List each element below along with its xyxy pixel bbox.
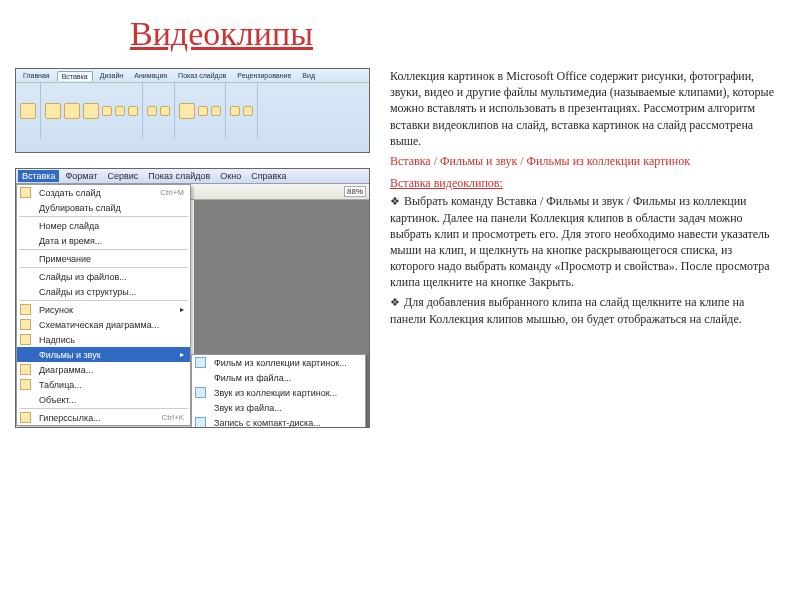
content-row: Главная Вставка Дизайн Анимация Показ сл… [0,68,800,428]
ribbon-tab[interactable]: Дизайн [96,71,128,80]
shapes-icon[interactable] [102,106,112,116]
menu-item-label: Создать слайд [39,188,101,198]
menu-item[interactable]: Примечание [17,251,190,266]
page-title: Видеоклипы [130,15,800,53]
wordart-icon[interactable] [211,106,221,116]
menu-item-label: Номер слайда [39,221,99,231]
menu-tools[interactable]: Сервис [103,170,142,182]
ribbon-tab[interactable]: Главная [19,71,54,80]
menu-item-label: Диаграмма... [39,365,93,375]
menu-item[interactable]: Схематическая диаграмма... [17,317,190,332]
intro-paragraph: Коллекция картинок в Microsoft Office со… [390,68,775,149]
menu-window[interactable]: Окно [216,170,245,182]
action-icon[interactable] [160,106,170,116]
menu-item-icon [20,304,31,315]
sound-icon[interactable] [243,106,253,116]
menu-item-icon [20,379,31,390]
menu-format[interactable]: Формат [61,170,101,182]
menu-item[interactable]: Номер слайда [17,218,190,233]
submenu-item-label: Фильм из файла... [214,373,291,383]
menu-item-label: Слайды из структуры... [39,287,136,297]
menu-item-label: Схематическая диаграмма... [39,320,159,330]
ribbon-tabs: Главная Вставка Дизайн Анимация Показ сл… [16,69,369,83]
menu-item-label: Слайды из файлов... [39,272,127,282]
menu-item-label: Рисунок [39,305,73,315]
menu-item[interactable]: Рисунок [17,302,190,317]
ribbon-tab[interactable]: Показ слайдов [174,71,230,80]
menu-insert[interactable]: Вставка [18,170,59,182]
ribbon-body [16,83,369,139]
left-column: Главная Вставка Дизайн Анимация Показ сл… [0,68,380,428]
submenu-item[interactable]: Звук из файла... [192,400,365,415]
submenu-item-label: Звук из файла... [214,403,282,413]
menu-item-icon [20,187,31,198]
table-icon[interactable] [20,103,36,119]
header-icon[interactable] [198,106,208,116]
menu-item[interactable]: Гиперссылка...Ctrl+K [17,410,190,425]
menu-help[interactable]: Справка [247,170,290,182]
smartart-icon[interactable] [115,106,125,116]
menu-item[interactable]: Слайды из файлов... [17,269,190,284]
menubar: Вставка Формат Сервис Показ слайдов Окно… [16,169,369,184]
link-icon[interactable] [147,106,157,116]
menu-shortcut: Ctrl+K [162,413,184,422]
ribbon-screenshot: Главная Вставка Дизайн Анимация Показ сл… [15,68,370,153]
submenu-item-icon [195,387,206,398]
menu-item-icon [20,334,31,345]
menu-item[interactable]: Фильмы и звук [17,347,190,362]
album-icon[interactable] [83,103,99,119]
menu-item[interactable]: Объект... [17,392,190,407]
submenu-item-icon [195,357,206,368]
menu-item-label: Объект... [39,395,76,405]
menu-item-label: Дублировать слайд [39,203,121,213]
menu-item[interactable]: Создать слайдCtrl+M [17,185,190,200]
bullet-2: Для добавления выбранного клипа на слайд… [390,294,775,326]
submenu-item-icon [195,417,206,428]
menu-item-icon [20,364,31,375]
menu-item-label: Дата и время... [39,236,102,246]
menu-item-label: Фильмы и звук [39,350,101,360]
zoom-box[interactable]: 88% [344,186,366,197]
menu-item-icon [20,319,31,330]
textbox-icon[interactable] [179,103,195,119]
menu-item-label: Таблица... [39,380,82,390]
menu-screenshot: Вставка Формат Сервис Показ слайдов Окно… [15,168,370,428]
menu-item-label: Гиперссылка... [39,413,101,423]
submenu-item-label: Звук из коллекции картинок... [214,388,337,398]
movie-icon[interactable] [230,106,240,116]
menu-item[interactable]: Слайды из структуры... [17,284,190,299]
submenu-item-label: Фильм из коллекции картинок... [214,358,347,368]
menu-item[interactable]: Дата и время... [17,233,190,248]
menu-item[interactable]: Диаграмма... [17,362,190,377]
submenu-item[interactable]: Фильм из коллекции картинок... [192,355,365,370]
menu-item-icon [20,412,31,423]
insert-menu-dropdown: Создать слайдCtrl+MДублировать слайдНоме… [16,184,191,426]
subheading: Вставка видеоклипов: [390,175,775,191]
menu-item-label: Надпись [39,335,75,345]
menu-shortcut: Ctrl+M [160,188,184,197]
ribbon-tab[interactable]: Вид [298,71,319,80]
menu-path: Вставка / Фильмы и звук / Фильмы из колл… [390,153,775,169]
menu-item[interactable]: Таблица... [17,377,190,392]
bullet-1: Выбрать команду Вставка / Фильмы и звук … [390,193,775,290]
menu-item[interactable]: Дублировать слайд [17,200,190,215]
menu-item-label: Примечание [39,254,91,264]
text-column: Коллекция картинок в Microsoft Office со… [390,68,785,428]
ribbon-tab[interactable]: Рецензирование [233,71,295,80]
movies-sound-submenu: Фильм из коллекции картинок...Фильм из ф… [191,354,366,428]
chart-icon[interactable] [128,106,138,116]
clipart-icon[interactable] [64,103,80,119]
submenu-item[interactable]: Фильм из файла... [192,370,365,385]
ribbon-tab-active[interactable]: Вставка [57,71,93,81]
submenu-item-label: Запись с компакт-диска... [214,418,321,428]
picture-icon[interactable] [45,103,61,119]
submenu-item[interactable]: Звук из коллекции картинок... [192,385,365,400]
submenu-item[interactable]: Запись с компакт-диска... [192,415,365,428]
ribbon-tab[interactable]: Анимация [130,71,171,80]
menu-item[interactable]: Надпись [17,332,190,347]
menu-slideshow[interactable]: Показ слайдов [144,170,214,182]
